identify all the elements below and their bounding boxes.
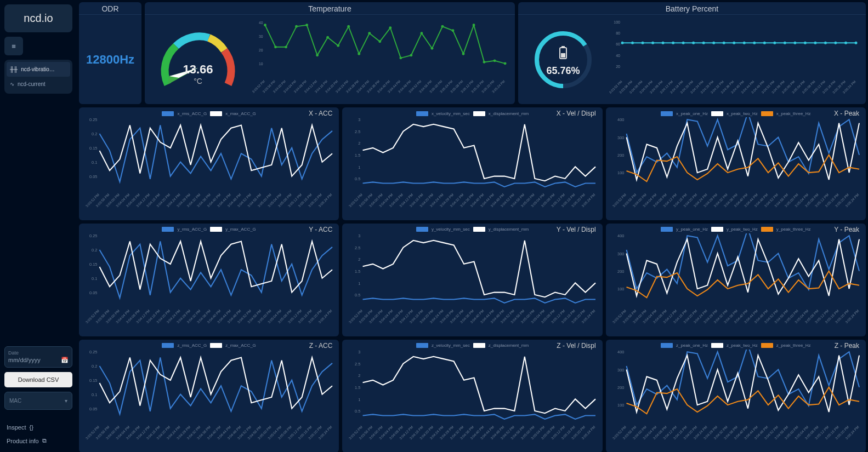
svg-text:80: 80 xyxy=(616,31,620,35)
svg-point-100 xyxy=(763,42,766,44)
z-vel-card: z_velocity_mm_secz_displacement_mmZ - Ve… xyxy=(342,340,602,452)
svg-text:400: 400 xyxy=(617,350,624,354)
svg-point-107 xyxy=(834,42,837,44)
legend-label: y_velocity_mm_sec xyxy=(432,227,470,232)
inspect-link[interactable]: Inspect {} xyxy=(4,421,72,434)
chart-title: X - ACC xyxy=(309,110,332,117)
sidebar: ncd.io ≡ ╫╫ ncd-vibratio… ∿ ncd-current … xyxy=(0,0,77,452)
svg-text:2: 2 xyxy=(359,373,361,378)
legend-label: y_max_ACC_G xyxy=(225,227,256,232)
legend-label: x_peak_one_Hz xyxy=(676,111,708,116)
legend-chip[interactable] xyxy=(473,343,485,348)
legend-chip[interactable] xyxy=(210,227,222,232)
date-input[interactable]: Date mm/dd/yyyy 📅 xyxy=(4,346,72,368)
legend-chip[interactable] xyxy=(711,227,723,232)
mac-select[interactable]: MAC ▾ xyxy=(4,392,72,410)
chart-title: Y - Peak xyxy=(834,226,859,233)
chart-legend: z_velocity_mm_secz_displacement_mmZ - Ve… xyxy=(345,342,599,350)
nav-item-current[interactable]: ∿ ncd-current xyxy=(7,77,70,91)
chart: 1002003004003:03:52 PM3:03:56 PM3:04:00 … xyxy=(609,233,863,334)
download-csv-button[interactable]: Download CSV xyxy=(4,372,72,387)
legend-chip[interactable] xyxy=(761,343,773,348)
legend-chip[interactable] xyxy=(661,343,673,348)
calendar-icon: 📅 xyxy=(61,357,69,364)
svg-point-38 xyxy=(368,32,371,35)
svg-point-36 xyxy=(347,25,350,28)
svg-point-29 xyxy=(274,45,277,48)
product-info-link[interactable]: Product info ⧉ xyxy=(4,434,72,448)
chart-title: Y - Vel / Displ xyxy=(557,226,596,233)
svg-point-43 xyxy=(420,32,423,35)
svg-point-96 xyxy=(723,42,725,44)
legend-chip[interactable] xyxy=(761,227,773,232)
svg-point-94 xyxy=(702,42,705,44)
legend-chip[interactable] xyxy=(162,343,174,348)
svg-text:0.1: 0.1 xyxy=(92,392,97,397)
nav-label: ncd-current xyxy=(18,81,46,87)
chart: 0.050.10.150.20.253:03:52 PM3:03:56 PM3:… xyxy=(82,350,336,450)
svg-point-95 xyxy=(712,42,715,44)
legend-chip[interactable] xyxy=(162,227,174,232)
svg-point-87 xyxy=(631,42,634,44)
svg-point-92 xyxy=(682,42,685,44)
date-label: Date xyxy=(8,350,69,356)
legend-chip[interactable] xyxy=(416,227,428,232)
svg-text:300: 300 xyxy=(617,367,624,372)
legend-chip[interactable] xyxy=(416,111,428,116)
svg-text:0.15: 0.15 xyxy=(89,146,97,151)
menu-button[interactable]: ≡ xyxy=(4,37,23,55)
legend-label: y_peak_one_Hz xyxy=(676,227,708,232)
svg-rect-56 xyxy=(561,53,565,58)
chart-legend: y_rms_ACC_Gy_max_ACC_GY - ACC xyxy=(82,226,336,233)
svg-point-41 xyxy=(399,56,402,59)
legend-chip[interactable] xyxy=(473,227,485,232)
legend-chip[interactable] xyxy=(162,111,174,116)
waveform-icon: ╫╫ xyxy=(10,66,18,72)
legend-chip[interactable] xyxy=(416,343,428,348)
svg-point-42 xyxy=(410,54,412,56)
svg-text:1: 1 xyxy=(359,397,361,402)
date-placeholder: mm/dd/yyyy xyxy=(8,357,41,364)
svg-text:2.5: 2.5 xyxy=(355,245,360,250)
legend-chip[interactable] xyxy=(711,343,723,348)
legend-chip[interactable] xyxy=(761,111,773,116)
legend-chip[interactable] xyxy=(661,111,673,116)
svg-point-30 xyxy=(285,45,287,48)
mac-label: MAC xyxy=(9,398,21,404)
svg-point-44 xyxy=(430,47,433,50)
external-link-icon: ⧉ xyxy=(42,437,47,444)
svg-text:0.5: 0.5 xyxy=(355,176,360,181)
svg-text:0.2: 0.2 xyxy=(92,248,97,253)
legend-chip[interactable] xyxy=(661,227,673,232)
svg-point-40 xyxy=(389,26,392,29)
legend-chip[interactable] xyxy=(210,343,222,348)
legend-chip[interactable] xyxy=(711,111,723,116)
svg-point-108 xyxy=(844,42,847,44)
temperature-value: 13.66 xyxy=(183,62,213,77)
main: ODR 12800Hz Temperature 13.66 °C xyxy=(77,0,868,452)
svg-text:40: 40 xyxy=(259,21,263,25)
svg-text:30: 30 xyxy=(259,35,263,38)
svg-text:1.5: 1.5 xyxy=(355,385,360,390)
svg-point-101 xyxy=(773,42,776,44)
svg-point-49 xyxy=(483,61,486,64)
legend-label: x_peak_two_Hz xyxy=(727,111,758,116)
svg-text:1: 1 xyxy=(359,165,361,170)
svg-point-48 xyxy=(473,24,475,26)
svg-point-98 xyxy=(743,42,746,44)
legend-label: z_displacement_mm xyxy=(489,343,529,348)
svg-point-99 xyxy=(753,42,756,44)
chart-title: Y - ACC xyxy=(309,226,332,233)
legend-chip[interactable] xyxy=(210,111,222,116)
svg-point-91 xyxy=(672,42,674,44)
nav-item-vibration[interactable]: ╫╫ ncd-vibratio… xyxy=(7,62,70,77)
logo: ncd.io xyxy=(4,4,72,32)
svg-point-89 xyxy=(651,42,654,44)
svg-point-102 xyxy=(784,42,786,44)
svg-text:0.2: 0.2 xyxy=(92,364,97,369)
legend-label: z_rms_ACC_G xyxy=(177,343,207,348)
legend-chip[interactable] xyxy=(473,111,485,116)
svg-point-47 xyxy=(462,53,465,55)
svg-text:10: 10 xyxy=(259,62,263,66)
svg-text:1.5: 1.5 xyxy=(355,153,360,158)
